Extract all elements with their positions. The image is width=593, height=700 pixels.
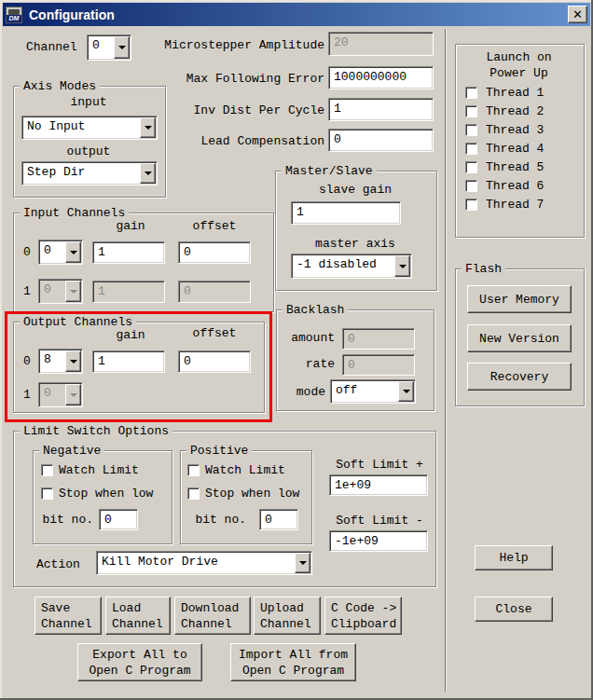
- thread-7-label: Thread 7: [486, 198, 544, 213]
- launch-title-line2: Power Up: [456, 66, 582, 81]
- thread-1-checkbox[interactable]: [465, 87, 477, 99]
- input-row0-index: 0: [23, 245, 31, 260]
- thread-2-checkbox[interactable]: [465, 105, 477, 117]
- axis-output-select[interactable]: Step Dir: [21, 161, 158, 185]
- thread-3-checkbox[interactable]: [465, 124, 477, 136]
- window-title: Configuration: [29, 7, 115, 22]
- save-channel-button[interactable]: Save Channel: [34, 597, 102, 635]
- output-gain-header: gain: [94, 328, 167, 343]
- soft-limit-plus-field[interactable]: 1e+09: [329, 474, 428, 496]
- soft-limit-minus-label: Soft Limit -: [327, 514, 432, 528]
- backlash-mode-label: mode: [283, 385, 325, 400]
- close-window-button[interactable]: ✕: [568, 6, 587, 23]
- input-row0-dropdown-button[interactable]: [65, 241, 81, 263]
- chevron-down-icon: [70, 360, 77, 364]
- axis-modes-legend: Axis Modes: [20, 79, 100, 93]
- action-dropdown-button[interactable]: [295, 553, 310, 573]
- input-row1-offset-field: 0: [178, 281, 251, 303]
- download-channel-button[interactable]: Download Channel: [174, 597, 251, 635]
- channel-select[interactable]: 0: [87, 34, 131, 61]
- negative-watch-limit-label: Watch Limit: [59, 463, 139, 478]
- thread-4-checkbox[interactable]: [465, 143, 477, 155]
- app-icon: DM: [6, 7, 22, 23]
- backlash-amount-label: amount: [283, 331, 335, 346]
- master-axis-label: master axis: [276, 237, 434, 252]
- chevron-down-icon: [403, 390, 410, 393]
- negative-stop-when-low-checkbox[interactable]: [41, 487, 53, 500]
- chevron-down-icon: [399, 265, 407, 268]
- soft-limit-minus-field[interactable]: -1e+09: [329, 530, 428, 552]
- backlash-amount-field: 0: [342, 328, 415, 350]
- max-following-error-field[interactable]: 1000000000: [328, 66, 434, 89]
- input-row1-index: 1: [23, 284, 31, 299]
- thread-7-checkbox[interactable]: [465, 199, 477, 211]
- export-all-button[interactable]: Export All to Open C Program: [77, 643, 202, 681]
- axis-modes-group: Axis Modes input No Input output Step Di…: [13, 86, 166, 198]
- axis-input-label: input: [14, 95, 163, 110]
- input-row0-channel-select[interactable]: 0: [38, 240, 83, 265]
- input-row0-offset-field[interactable]: 0: [178, 241, 251, 264]
- channel-select-dropdown-button[interactable]: [114, 36, 130, 59]
- microstepper-amplitude-label: Microstepper Amplitude: [140, 38, 324, 53]
- master-slave-group: Master/Slave slave gain 1 master axis -1…: [275, 171, 437, 291]
- thread-1-label: Thread 1: [486, 86, 544, 101]
- output-row1-dropdown-button: [65, 384, 81, 405]
- panel-separator: [445, 29, 446, 692]
- axis-input-dropdown-button[interactable]: [140, 117, 156, 138]
- thread-5-checkbox[interactable]: [465, 161, 477, 173]
- launch-on-power-up-group: Launch on Power Up Thread 1 Thread 2 Thr…: [455, 44, 585, 238]
- lead-compensation-field[interactable]: 0: [328, 129, 434, 152]
- input-row0-gain-field[interactable]: 1: [92, 241, 165, 264]
- soft-limit-plus-label: Soft Limit +: [327, 458, 432, 473]
- app-icon-text: DM: [7, 15, 21, 22]
- positive-watch-limit-checkbox[interactable]: [187, 464, 200, 476]
- thread-6-checkbox[interactable]: [465, 180, 477, 192]
- axis-output-dropdown-button[interactable]: [140, 163, 156, 184]
- master-slave-legend: Master/Slave: [282, 164, 377, 178]
- import-all-button[interactable]: Import All from Open C Program: [230, 643, 356, 681]
- negative-limit-legend: Negative: [39, 444, 104, 458]
- flash-group: Flash User Memory New Version Recovery: [455, 268, 585, 406]
- backlash-rate-field: 0: [342, 354, 415, 376]
- master-axis-select[interactable]: -1 disabled: [291, 254, 412, 279]
- new-version-button[interactable]: New Version: [467, 324, 572, 352]
- negative-limit-group: Negative Watch Limit Stop when low bit n…: [33, 450, 172, 544]
- input-channels-legend: Input Channels: [20, 206, 129, 220]
- positive-stop-when-low-checkbox[interactable]: [187, 487, 200, 500]
- inv-dist-per-cycle-label: Inv Dist Per Cycle: [140, 103, 324, 118]
- negative-watch-limit-checkbox[interactable]: [41, 464, 53, 476]
- upload-channel-button[interactable]: Upload Channel: [254, 597, 321, 635]
- chevron-down-icon: [118, 46, 126, 49]
- help-button[interactable]: Help: [475, 545, 553, 570]
- positive-bit-no-field[interactable]: 0: [259, 509, 298, 530]
- output-row0-index: 0: [23, 354, 31, 369]
- channel-label: Channel: [26, 40, 86, 55]
- output-row0-offset-field[interactable]: 0: [178, 350, 251, 373]
- input-channels-group: Input Channels gain offset 0 0 1 0 1 0 1…: [13, 213, 274, 312]
- chevron-down-icon: [70, 393, 77, 397]
- user-memory-button[interactable]: User Memory: [467, 285, 572, 313]
- launch-title-line1: Launch on: [456, 50, 582, 65]
- recovery-button[interactable]: Recovery: [467, 363, 572, 391]
- output-row0-dropdown-button[interactable]: [65, 350, 81, 372]
- c-code-clipboard-button[interactable]: C Code -> Clipboard: [324, 597, 402, 635]
- inv-dist-per-cycle-field[interactable]: 1: [328, 98, 434, 121]
- backlash-mode-select[interactable]: off: [330, 379, 416, 404]
- positive-stop-when-low-label: Stop when low: [205, 487, 299, 501]
- action-select[interactable]: Kill Motor Drive: [96, 551, 312, 575]
- title-bar[interactable]: DM Configuration ✕: [3, 3, 590, 26]
- output-row0-gain-field[interactable]: 1: [92, 350, 165, 373]
- input-gain-header: gain: [94, 219, 167, 234]
- master-axis-dropdown-button[interactable]: [394, 255, 410, 277]
- close-icon: ✕: [572, 8, 583, 21]
- input-row1-dropdown-button: [65, 281, 81, 302]
- backlash-mode-dropdown-button[interactable]: [398, 381, 414, 402]
- close-button[interactable]: Close: [475, 597, 553, 622]
- slave-gain-field[interactable]: 1: [291, 201, 401, 225]
- negative-bit-no-field[interactable]: 0: [99, 509, 138, 530]
- output-row0-channel-select[interactable]: 8: [38, 349, 83, 374]
- action-label: Action: [36, 557, 80, 572]
- load-channel-button[interactable]: Load Channel: [105, 597, 171, 635]
- axis-input-select[interactable]: No Input: [21, 116, 158, 140]
- slave-gain-label: slave gain: [276, 183, 434, 198]
